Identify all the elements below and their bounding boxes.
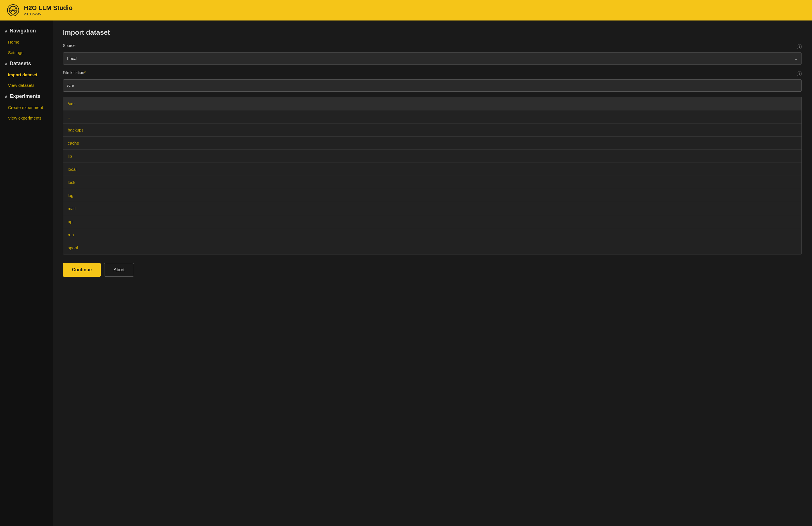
sidebar-item-view-experiments[interactable]: View experiments bbox=[0, 113, 53, 123]
datasets-chevron-icon: ∧ bbox=[4, 61, 8, 66]
dropdown-item-mail[interactable]: mail bbox=[63, 202, 801, 215]
app-name: H2O LLM Studio bbox=[24, 4, 73, 12]
source-label-row: Source ℹ bbox=[63, 43, 802, 50]
sidebar: ∧ Navigation Home Settings ∧ Datasets Im… bbox=[0, 20, 53, 526]
abort-button[interactable]: Abort bbox=[104, 263, 134, 277]
source-select[interactable]: Local S3 Azure GCS bbox=[63, 52, 802, 65]
dropdown-item-lock[interactable]: lock bbox=[63, 176, 801, 189]
app-header: H2O LLM Studio v0.0.2-dev bbox=[0, 0, 812, 20]
dropdown-item-local[interactable]: local bbox=[63, 163, 801, 176]
app-version: v0.0.2-dev bbox=[24, 12, 73, 16]
dropdown-item-spool[interactable]: spool bbox=[63, 241, 801, 254]
source-label: Source bbox=[63, 43, 75, 48]
required-indicator: * bbox=[84, 70, 86, 75]
dropdown-item-lib[interactable]: lib bbox=[63, 150, 801, 163]
file-location-form-group: File location * ℹ bbox=[63, 70, 802, 92]
dropdown-item-log[interactable]: log bbox=[63, 189, 801, 202]
sidebar-item-home[interactable]: Home bbox=[0, 37, 53, 47]
experiments-chevron-icon: ∧ bbox=[4, 94, 8, 99]
dropdown-item-opt[interactable]: opt bbox=[63, 215, 801, 228]
dropdown-item-cache[interactable]: cache bbox=[63, 137, 801, 150]
app-logo bbox=[7, 4, 19, 16]
sidebar-item-create-experiment[interactable]: Create experiment bbox=[0, 102, 53, 113]
file-location-info-icon[interactable]: ℹ bbox=[797, 71, 802, 76]
source-select-wrapper: Local S3 Azure GCS ⌄ bbox=[63, 52, 802, 65]
sidebar-item-view-datasets[interactable]: View datasets bbox=[0, 80, 53, 90]
dropdown-item-run[interactable]: run bbox=[63, 228, 801, 241]
sidebar-section-navigation-label: Navigation bbox=[10, 28, 36, 34]
sidebar-section-datasets-label: Datasets bbox=[10, 61, 31, 67]
sidebar-section-experiments[interactable]: ∧ Experiments bbox=[0, 90, 53, 102]
dropdown-item-backups[interactable]: backups bbox=[63, 124, 801, 137]
sidebar-item-import-dataset[interactable]: Import dataset bbox=[0, 69, 53, 80]
main-layout: ∧ Navigation Home Settings ∧ Datasets Im… bbox=[0, 20, 812, 526]
file-location-label: File location * bbox=[63, 70, 86, 75]
sidebar-section-datasets[interactable]: ∧ Datasets bbox=[0, 58, 53, 69]
main-content: Import dataset Source ℹ Local S3 Azure G… bbox=[53, 20, 812, 526]
file-location-label-row: File location * ℹ bbox=[63, 70, 802, 77]
sidebar-item-settings[interactable]: Settings bbox=[0, 47, 53, 58]
page-title: Import dataset bbox=[63, 28, 802, 37]
source-form-group: Source ℹ Local S3 Azure GCS ⌄ bbox=[63, 43, 802, 65]
sidebar-section-experiments-label: Experiments bbox=[10, 94, 40, 99]
file-dropdown: /var .. backups cache lib local lock log… bbox=[63, 97, 802, 254]
sidebar-section-navigation[interactable]: ∧ Navigation bbox=[0, 25, 53, 37]
form-actions: Continue Abort bbox=[63, 260, 802, 277]
source-info-icon[interactable]: ℹ bbox=[797, 44, 802, 49]
dropdown-item-var-root[interactable]: /var bbox=[63, 97, 801, 111]
navigation-chevron-icon: ∧ bbox=[4, 29, 8, 33]
dropdown-item-dotdot[interactable]: .. bbox=[63, 111, 801, 124]
continue-button[interactable]: Continue bbox=[63, 263, 101, 277]
file-location-input[interactable] bbox=[63, 80, 802, 92]
header-title-block: H2O LLM Studio v0.0.2-dev bbox=[24, 4, 73, 16]
